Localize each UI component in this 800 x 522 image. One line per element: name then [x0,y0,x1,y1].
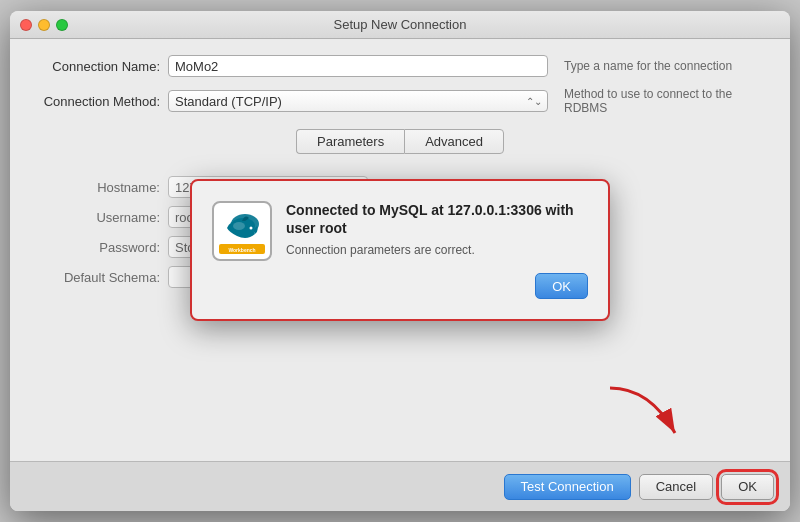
svg-point-4 [250,227,253,230]
modal-overlay: Workbench Connected to MySQL at 127.0.0.… [10,39,790,461]
close-button[interactable] [20,19,32,31]
modal-footer: OK [212,273,588,299]
maximize-button[interactable] [56,19,68,31]
title-bar: Setup New Connection [10,11,790,39]
bottom-bar: Test Connection Cancel OK [10,461,790,511]
mysql-workbench-logo: Workbench [217,206,267,256]
window-body: Connection Name: Type a name for the con… [10,39,790,461]
window-controls [20,19,68,31]
modal-description: Connection parameters are correct. [286,243,588,257]
test-connection-button[interactable]: Test Connection [504,474,631,500]
ok-button[interactable]: OK [721,474,774,500]
minimize-button[interactable] [38,19,50,31]
svg-point-3 [233,222,245,230]
svg-text:Workbench: Workbench [228,247,255,253]
main-window: Setup New Connection Connection Name: Ty… [10,11,790,511]
modal-content: Workbench Connected to MySQL at 127.0.0.… [212,201,588,261]
cancel-button[interactable]: Cancel [639,474,713,500]
window-title: Setup New Connection [334,17,467,32]
modal-icon: Workbench [212,201,272,261]
modal-title: Connected to MySQL at 127.0.0.1:3306 wit… [286,201,588,237]
modal-text-area: Connected to MySQL at 127.0.0.1:3306 wit… [286,201,588,257]
modal-box: Workbench Connected to MySQL at 127.0.0.… [190,179,610,321]
modal-ok-button[interactable]: OK [535,273,588,299]
